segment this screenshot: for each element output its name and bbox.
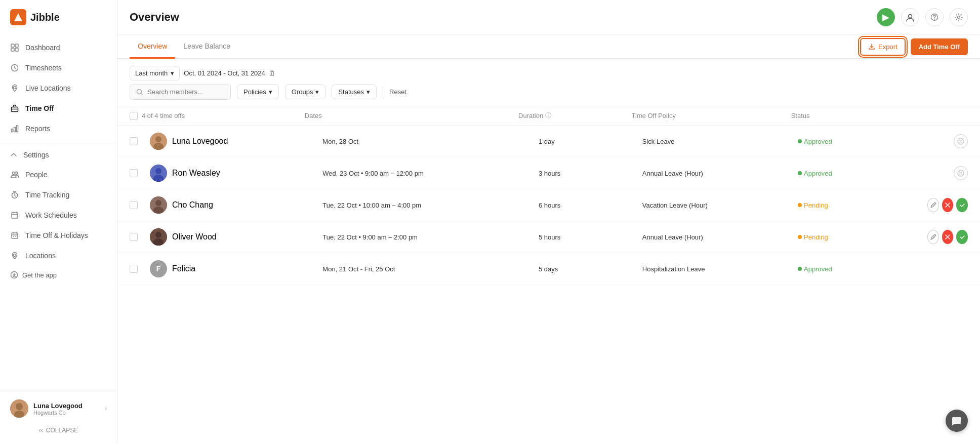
row-checkbox-2[interactable] — [130, 169, 150, 177]
select-all-checkbox[interactable] — [130, 112, 138, 120]
table-row: Oliver Wood Tue, 22 Oct • 9:00 am – 2:00… — [117, 221, 980, 253]
sidebar-item-locations[interactable]: Locations — [0, 246, 117, 266]
user-button[interactable] — [901, 8, 919, 26]
play-button[interactable]: ▶ — [877, 8, 895, 26]
row-status-4: Pending — [798, 233, 927, 241]
statuses-label: Statuses — [338, 88, 364, 96]
status-dot-5 — [798, 267, 802, 271]
user-info: Luna Lovegood Hogwarts Co — [33, 402, 100, 416]
chat-bubble[interactable] — [946, 410, 968, 432]
tab-leave-balance[interactable]: Leave Balance — [175, 35, 238, 59]
dismiss-button-2[interactable] — [954, 166, 968, 180]
svg-rect-17 — [12, 213, 18, 218]
user-name: Luna Lovegood — [33, 402, 100, 410]
approve-button-4[interactable] — [956, 230, 968, 244]
status-badge-3: Pending — [798, 201, 927, 209]
groups-label: Groups — [292, 88, 313, 96]
settings-header[interactable]: Settings — [0, 145, 117, 165]
avatar-ron — [150, 165, 167, 182]
sidebar-item-label-reports: Reports — [25, 125, 50, 133]
policies-filter[interactable]: Policies ▾ — [237, 85, 279, 99]
grid-icon — [10, 43, 19, 52]
row-name-2: Ron Weasley — [150, 165, 322, 182]
chevron-up-icon — [10, 151, 17, 158]
member-name-4: Oliver Wood — [172, 232, 217, 241]
duration-info-icon[interactable]: ⓘ — [545, 111, 551, 120]
row-checkbox-1[interactable] — [130, 137, 150, 145]
calendar-icon — [10, 231, 19, 240]
sidebar-item-dashboard[interactable]: Dashboard — [0, 37, 117, 58]
approve-button-3[interactable] — [956, 198, 968, 212]
row-status-1: Approved — [798, 138, 927, 145]
date-preset-dropdown[interactable]: Last month ▾ — [130, 66, 180, 80]
svg-point-20 — [15, 236, 16, 237]
row-dates-2: Wed, 23 Oct • 9:00 am – 12:00 pm — [322, 170, 539, 177]
logo-area[interactable]: Jibble — [0, 0, 117, 33]
edit-button-4[interactable] — [927, 230, 939, 244]
header-actions: ▶ — [877, 8, 968, 26]
svg-rect-18 — [12, 233, 18, 238]
svg-rect-3 — [11, 44, 14, 47]
help-button[interactable] — [925, 8, 944, 26]
groups-chevron-icon: ▾ — [315, 88, 319, 96]
sidebar-item-time-off-holidays[interactable]: Time Off & Holidays — [0, 225, 117, 246]
col-dates-header: Dates — [305, 112, 498, 119]
reset-button[interactable]: Reset — [389, 88, 406, 96]
calendar-picker-icon[interactable]: 🗓 — [268, 69, 275, 77]
sidebar-item-people[interactable]: People — [0, 165, 117, 185]
row-actions-4 — [927, 230, 968, 244]
chevron-left-icon: ‹‹ — [39, 427, 43, 434]
settings-button[interactable] — [950, 8, 968, 26]
statuses-filter[interactable]: Statuses ▾ — [332, 85, 377, 99]
svg-rect-11 — [12, 129, 13, 132]
sidebar-item-timesheets[interactable]: Timesheets — [0, 58, 117, 78]
row-duration-2: 3 hours — [539, 170, 642, 177]
sidebar-item-reports[interactable]: Reports — [0, 118, 117, 139]
pin-icon — [10, 251, 19, 260]
add-time-off-button[interactable]: Add Time Off — [911, 38, 968, 55]
people-icon — [10, 170, 19, 179]
sidebar-nav: Dashboard Timesheets Live Locations Time… — [0, 33, 117, 390]
svg-rect-4 — [15, 44, 18, 47]
dismiss-button-1[interactable] — [954, 134, 968, 148]
edit-button-3[interactable] — [927, 198, 939, 212]
jibble-logo-icon — [10, 9, 26, 25]
col-duration-header: Duration ⓘ — [518, 111, 611, 120]
sidebar-item-time-tracking[interactable]: Time Tracking — [0, 185, 117, 205]
row-policy-2: Annual Leave (Hour) — [642, 170, 798, 177]
export-button[interactable]: Export — [860, 38, 906, 56]
collapse-button[interactable]: ‹‹ COLLAPSE — [8, 423, 109, 438]
row-name-5: F Felicia — [150, 260, 322, 277]
svg-point-36 — [155, 168, 161, 174]
user-profile[interactable]: Luna Lovegood Hogwarts Co › — [8, 396, 109, 421]
search-filters-bar: Policies ▾ Groups ▾ Statuses ▾ Reset — [117, 84, 980, 106]
table-row: F Felicia Mon, 21 Oct - Fri, 25 Oct 5 da… — [117, 253, 980, 285]
row-checkbox-3[interactable] — [130, 201, 150, 209]
sidebar-item-work-schedules[interactable]: Work Schedules — [0, 205, 117, 225]
row-actions-2 — [927, 166, 968, 180]
row-dates-4: Tue, 22 Oct • 9:00 am – 2:00 pm — [322, 233, 539, 241]
sidebar-item-label-live-locations: Live Locations — [25, 84, 71, 92]
svg-point-15 — [15, 172, 18, 175]
table-container: 4 of 4 time offs Dates Duration ⓘ Time O… — [117, 106, 980, 444]
sidebar-item-live-locations[interactable]: Live Locations — [0, 78, 117, 98]
reject-button-4[interactable] — [942, 230, 954, 244]
avatar-oliver — [150, 228, 167, 246]
sidebar-item-label-people: People — [25, 171, 48, 179]
search-box[interactable] — [130, 84, 231, 100]
groups-filter[interactable]: Groups ▾ — [285, 85, 326, 99]
svg-point-40 — [155, 200, 161, 206]
row-status-3: Pending — [798, 201, 927, 209]
policies-chevron-icon: ▾ — [269, 88, 272, 96]
status-badge-1: Approved — [798, 138, 927, 145]
row-checkbox-4[interactable] — [130, 233, 150, 241]
sidebar-item-time-off[interactable]: Time Off — [0, 98, 117, 118]
row-checkbox-5[interactable] — [130, 265, 150, 273]
tab-overview[interactable]: Overview — [130, 35, 175, 59]
reject-button-3[interactable] — [942, 198, 954, 212]
bar-chart-icon — [10, 124, 19, 133]
svg-point-24 — [16, 403, 23, 410]
search-input[interactable] — [147, 88, 223, 96]
row-duration-4: 5 hours — [539, 233, 642, 241]
get-app-item[interactable]: Get the app — [0, 266, 117, 284]
